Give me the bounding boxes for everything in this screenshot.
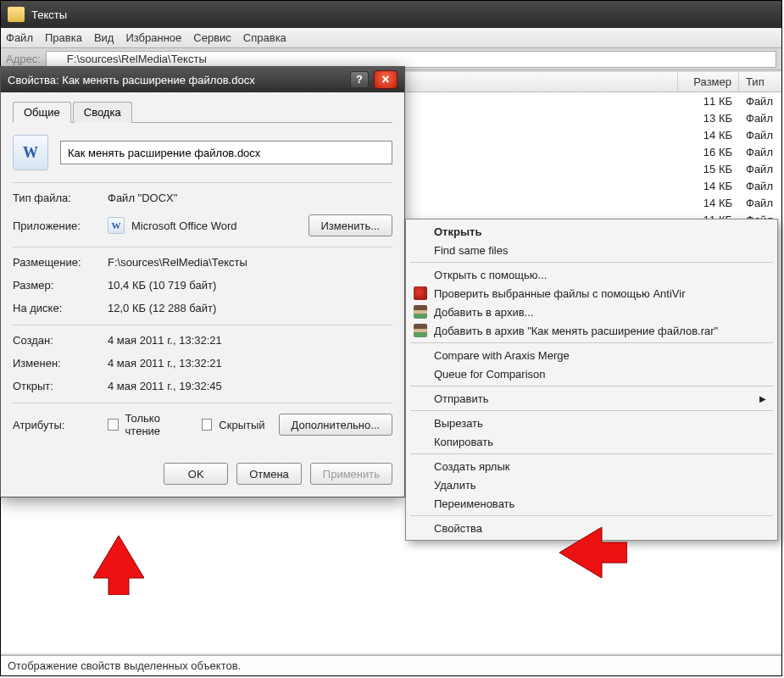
- ctx-send-to[interactable]: Отправить▶: [409, 389, 775, 408]
- word-icon: W: [13, 135, 48, 170]
- size-label: Размер:: [13, 279, 108, 292]
- readonly-label: Только чтение: [125, 412, 190, 437]
- ondisk-value: 12,0 КБ (12 288 байт): [108, 302, 392, 314]
- dialog-footer: OK Отмена Применить: [13, 463, 392, 485]
- ctx-compare-araxis[interactable]: Compare with Araxis Merge: [409, 346, 775, 364]
- cancel-button[interactable]: Отмена: [236, 463, 302, 485]
- address-text: F:\sources\RelMedia\Тексты: [67, 53, 207, 65]
- dialog-titlebar[interactable]: Свойства: Как менять расширение файлов.d…: [1, 67, 404, 92]
- ctx-cut[interactable]: Вырезать: [409, 414, 775, 432]
- folder-icon: [8, 7, 25, 22]
- folder-icon: [50, 53, 64, 65]
- menubar: Файл Правка Вид Избранное Сервис Справка: [1, 28, 781, 48]
- ctx-queue-compare[interactable]: Queue for Comparison: [409, 364, 775, 383]
- address-field[interactable]: F:\sources\RelMedia\Тексты: [46, 51, 776, 68]
- menu-file[interactable]: Файл: [6, 31, 33, 44]
- antivir-icon: [414, 286, 427, 300]
- col-type-header[interactable]: Тип: [739, 72, 781, 92]
- location-label: Размещение:: [13, 256, 108, 269]
- svg-marker-0: [93, 536, 144, 595]
- accessed-value: 4 мая 2011 г., 19:32:45: [108, 380, 392, 392]
- created-value: 4 мая 2011 г., 13:32:21: [108, 334, 392, 347]
- chevron-right-icon: ▶: [759, 394, 766, 403]
- rar-icon: [414, 305, 427, 319]
- status-text: Отображение свойств выделенных объектов.: [8, 659, 241, 672]
- col-size-header[interactable]: Размер: [678, 72, 739, 92]
- readonly-checkbox[interactable]: [108, 419, 119, 431]
- ctx-add-archive-named[interactable]: Добавить в архив "Как менять расширение …: [409, 321, 775, 340]
- ctx-open-with[interactable]: Открыть с помощью...: [409, 265, 775, 284]
- ctx-add-archive[interactable]: Добавить в архив...: [409, 303, 775, 321]
- explorer-title: Тексты: [31, 8, 67, 21]
- ctx-shortcut[interactable]: Создать ярлык: [409, 457, 775, 475]
- attributes-label: Атрибуты:: [13, 419, 108, 431]
- svg-marker-1: [559, 527, 627, 578]
- apply-button[interactable]: Применить: [310, 463, 392, 485]
- ctx-copy[interactable]: Копировать: [409, 432, 775, 451]
- help-button[interactable]: ?: [350, 71, 369, 88]
- hidden-label: Скрытый: [219, 419, 264, 431]
- explorer-titlebar[interactable]: Тексты: [1, 1, 781, 28]
- ctx-antivir[interactable]: Проверить выбранные файлы с помощью Anti…: [409, 284, 775, 303]
- location-value: F:\sources\RelMedia\Тексты: [108, 256, 392, 269]
- app-value: Microsoft Office Word: [131, 220, 237, 232]
- tab-general[interactable]: Общие: [13, 102, 71, 123]
- app-label: Приложение:: [13, 220, 108, 232]
- ctx-find-same[interactable]: Find same files: [409, 241, 775, 259]
- change-button[interactable]: Изменить...: [309, 214, 392, 236]
- menu-favorites[interactable]: Избранное: [125, 31, 181, 44]
- dialog-title: Свойства: Как менять расширение файлов.d…: [8, 74, 255, 86]
- tab-strip: Общие Сводка: [13, 101, 392, 123]
- ok-button[interactable]: OK: [164, 463, 228, 485]
- menu-help[interactable]: Справка: [243, 31, 286, 44]
- rar-icon: [414, 324, 427, 337]
- size-value: 10,4 КБ (10 719 байт): [108, 279, 392, 292]
- created-label: Создан:: [13, 334, 108, 347]
- modified-label: Изменен:: [13, 357, 108, 370]
- accessed-label: Открыт:: [13, 380, 108, 392]
- filename-input[interactable]: Как менять расширение файлов.docx: [60, 141, 392, 164]
- word-icon: W: [108, 217, 125, 234]
- filetype-label: Тип файла:: [13, 192, 108, 204]
- tab-summary[interactable]: Сводка: [73, 102, 132, 123]
- context-menu: Открыть Find same files Открыть с помощь…: [405, 219, 778, 541]
- modified-value: 4 мая 2011 г., 13:32:21: [108, 357, 392, 370]
- close-button[interactable]: ×: [374, 70, 398, 89]
- annotation-arrow-icon: [559, 527, 627, 578]
- menu-tools[interactable]: Сервис: [193, 31, 231, 44]
- status-bar: Отображение свойств выделенных объектов.: [1, 655, 781, 675]
- ctx-open[interactable]: Открыть: [409, 222, 775, 241]
- filetype-value: Файл "DOCX": [108, 192, 392, 204]
- ctx-rename[interactable]: Переименовать: [409, 494, 775, 513]
- ondisk-label: На диске:: [13, 302, 108, 314]
- annotation-arrow-icon: [93, 536, 144, 595]
- advanced-button[interactable]: Дополнительно...: [279, 414, 392, 436]
- ctx-delete[interactable]: Удалить: [409, 475, 775, 494]
- menu-edit[interactable]: Правка: [45, 31, 82, 44]
- menu-view[interactable]: Вид: [94, 31, 114, 44]
- properties-dialog: Свойства: Как менять расширение файлов.d…: [0, 66, 405, 497]
- hidden-checkbox[interactable]: [202, 419, 213, 431]
- address-label: Адрес:: [6, 53, 41, 65]
